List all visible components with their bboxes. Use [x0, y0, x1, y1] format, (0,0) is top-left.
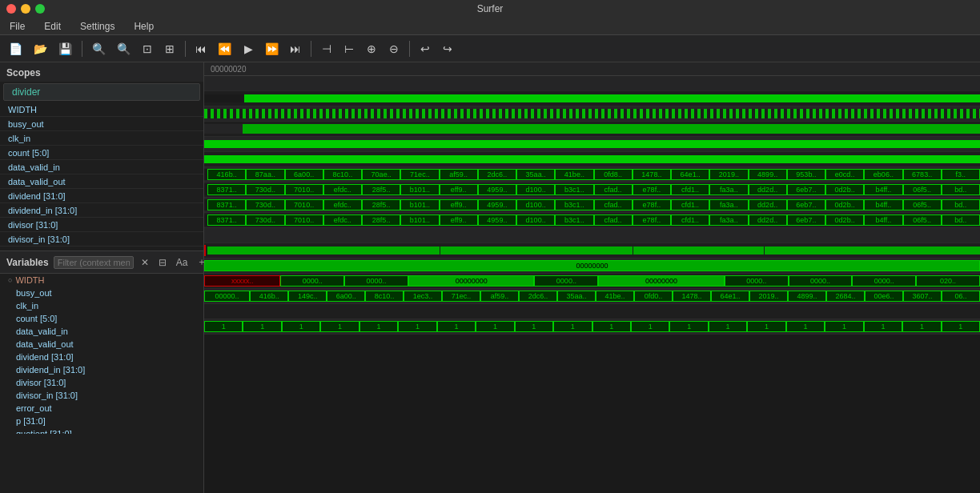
filter-clear-button[interactable]: ✕	[139, 256, 151, 269]
zoom-in-button[interactable]: 🔍	[88, 38, 110, 59]
play-button[interactable]: ▶	[239, 38, 258, 59]
wave-seg: d100..	[516, 214, 555, 226]
wave-quotient-segs: 00000000	[204, 260, 980, 271]
wave-seg: fa3a..	[709, 184, 748, 195]
wave-row-data_valid_in	[204, 137, 980, 152]
time-header: 00000020	[204, 62, 980, 76]
var-count[interactable]: count [5:0]	[0, 312, 203, 325]
wave-seg: 8c10..	[365, 291, 404, 302]
circle-icon: ○	[8, 276, 12, 284]
var-p[interactable]: p [31:0]	[0, 415, 203, 427]
wave-seg: eff9..	[440, 199, 478, 210]
signal-clk_in[interactable]: clk_in	[0, 131, 203, 146]
var-data_valid_in[interactable]: data_valid_in	[0, 325, 203, 338]
state-seg: 1	[476, 321, 514, 332]
undo-button[interactable]: ↩	[416, 38, 435, 59]
waveform-rows: 416b.. 87aa.. 6a00.. 8c10.. 70ae.. 71ec.…	[204, 76, 980, 493]
open-button[interactable]: 📂	[30, 38, 51, 59]
signal-divisor[interactable]: divisor [31:0]	[0, 218, 203, 232]
filter-case-button[interactable]: Aa	[174, 256, 191, 269]
filter-icon-button[interactable]: ⊟	[156, 256, 169, 269]
wave-seg: 0d2b..	[825, 184, 864, 195]
wave-seg: 7010..	[285, 199, 323, 210]
wave-seg: 1478..	[673, 291, 711, 302]
sep2	[185, 41, 186, 57]
signal-busy_out[interactable]: busy_out	[0, 117, 203, 131]
wave-dividend-segs: 416b.. 87aa.. 6a00.. 8c10.. 70ae.. 71ec.…	[207, 169, 980, 180]
wave-seg: 953b..	[787, 169, 825, 180]
state-seg: 1	[204, 321, 243, 332]
menu-edit[interactable]: Edit	[41, 21, 64, 32]
redo-button[interactable]: ↪	[438, 38, 457, 59]
wave-seg: cfad..	[594, 184, 633, 195]
wave-seg: 730d..	[246, 199, 284, 210]
new-button[interactable]: 📄	[5, 38, 26, 59]
scopes-header: Scopes	[0, 62, 203, 82]
wave-seg: 149c..	[288, 291, 327, 302]
signal-divisor_in[interactable]: divisor_in [31:0]	[0, 232, 203, 246]
signal-WIDTH[interactable]: WIDTH	[0, 102, 203, 117]
wave-seg: 6eb7..	[787, 199, 825, 210]
wave-seg: 6a00..	[327, 291, 365, 302]
wave-seg: 8c10..	[323, 169, 362, 180]
add-marker-button[interactable]: ⊕	[362, 38, 381, 59]
state-seg: 1	[669, 321, 708, 332]
var-divisor_in[interactable]: divisor_in [31:0]	[0, 389, 203, 402]
wave-seg: 0000..	[344, 275, 408, 287]
save-button[interactable]: 💾	[54, 38, 76, 59]
variables-header: Variables ✕ ⊟ Aa ＋	[0, 251, 203, 274]
fast-forward-button[interactable]: ⏭	[286, 38, 305, 59]
step-back-button[interactable]: ⏪	[214, 38, 235, 59]
scope-divider[interactable]: divider	[3, 83, 200, 101]
step-forward-button[interactable]: ⏩	[261, 38, 283, 59]
maximize-button[interactable]	[35, 4, 45, 14]
signal-data_valid_out[interactable]: data_valid_out	[0, 174, 203, 189]
var-divisor[interactable]: divisor [31:0]	[0, 376, 203, 389]
wave-seg: b3c1..	[555, 199, 593, 210]
wave-seg: 2dc6..	[478, 169, 516, 180]
wave-seg: eff9..	[440, 184, 478, 195]
var-dividend[interactable]: dividend [31:0]	[0, 351, 203, 363]
state-seg: 1	[398, 321, 436, 332]
var-busy_out[interactable]: busy_out	[0, 287, 203, 299]
wave-p-tick2	[633, 246, 633, 255]
signal-dividend_in[interactable]: dividend_in [31:0]	[0, 203, 203, 218]
var-WIDTH[interactable]: ○ WIDTH	[0, 274, 203, 287]
wave-seg: cfd1..	[671, 199, 709, 210]
wave-row-quotient: 00000000	[204, 259, 980, 274]
var-quotient[interactable]: quotient [31:0]	[0, 427, 203, 434]
signal-count[interactable]: count [5:0]	[0, 146, 203, 160]
var-dividend_in[interactable]: dividend_in [31:0]	[0, 363, 203, 376]
marker-right-button[interactable]: ⊢	[339, 38, 359, 59]
zoom-out-button[interactable]: 🔍	[113, 38, 135, 59]
close-button[interactable]	[6, 4, 16, 14]
var-error_out[interactable]: error_out	[0, 402, 203, 415]
var-data_valid_out[interactable]: data_valid_out	[0, 338, 203, 351]
wave-count-blank	[204, 124, 243, 134]
wave-seg: 28f5..	[362, 184, 400, 195]
zoom-fit-button[interactable]: ⊡	[138, 38, 157, 59]
menu-settings[interactable]: Settings	[77, 21, 118, 32]
wave-row-count	[204, 122, 980, 137]
var-clk_in[interactable]: clk_in	[0, 299, 203, 312]
wave-seg: dd2d..	[749, 214, 787, 226]
marker-left-button[interactable]: ⊣	[317, 38, 336, 59]
menu-file[interactable]: File	[6, 21, 28, 32]
zoom-cursor-button[interactable]: ⊞	[160, 38, 179, 59]
signal-dividend[interactable]: dividend [31:0]	[0, 189, 203, 203]
time-marker: 00000020	[211, 65, 247, 74]
wave-seg: eff9..	[440, 214, 478, 226]
signal-data_valid_in[interactable]: data_valid_in	[0, 160, 203, 174]
waveform-area: 00000020	[204, 62, 980, 493]
wave-seg: 4959..	[478, 214, 516, 226]
wave-seg: fa3a..	[709, 214, 748, 226]
app-title: Surfer	[477, 3, 504, 14]
filter-input[interactable]	[54, 256, 134, 269]
rewind-button[interactable]: ⏮	[191, 38, 211, 59]
menu-help[interactable]: Help	[131, 21, 157, 32]
state-seg: 1	[437, 321, 476, 332]
state-seg: 1	[786, 321, 825, 332]
minimize-button[interactable]	[21, 4, 30, 14]
wave-seg: 416b..	[207, 169, 246, 180]
remove-marker-button[interactable]: ⊖	[384, 38, 404, 59]
